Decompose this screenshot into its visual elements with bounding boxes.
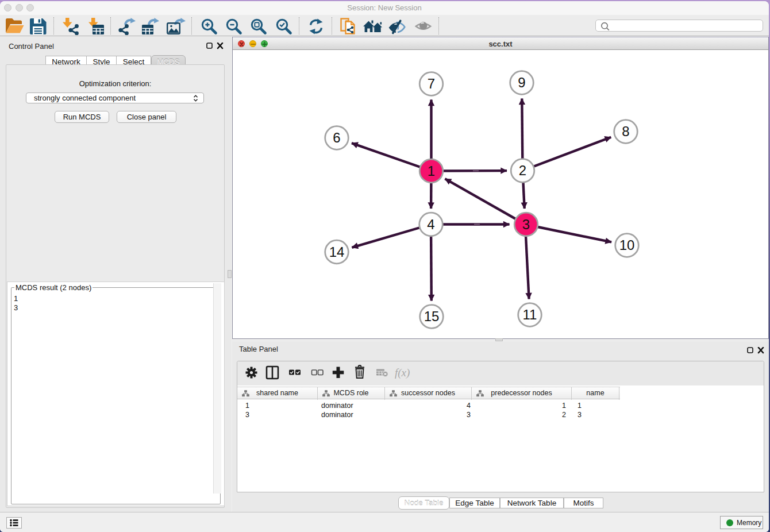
svg-text:6: 6 [333, 130, 340, 145]
svg-text:14: 14 [329, 244, 345, 260]
svg-text:4: 4 [427, 217, 434, 232]
svg-text:15: 15 [424, 309, 440, 324]
svg-text:3: 3 [522, 217, 530, 232]
svg-text:1: 1 [428, 163, 435, 179]
svg-text:2: 2 [519, 163, 526, 178]
svg-text:8: 8 [622, 124, 629, 139]
svg-text:9: 9 [518, 75, 525, 90]
svg-text:f(x): f(x) [395, 367, 410, 379]
svg-text:10: 10 [619, 237, 635, 253]
svg-text:11: 11 [523, 307, 537, 322]
svg-text:7: 7 [428, 76, 435, 91]
